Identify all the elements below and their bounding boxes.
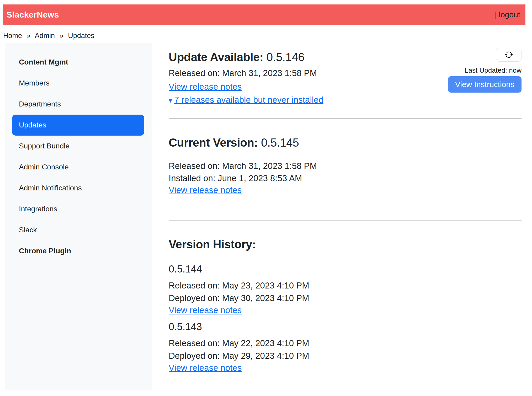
sidebar-item-admin-notifications[interactable]: Admin Notifications	[12, 178, 144, 199]
history-version-number: 0.5.144	[169, 263, 522, 275]
logout-area: |logout	[494, 10, 520, 19]
sidebar-item-support-bundle[interactable]: Support Bundle	[12, 136, 144, 157]
breadcrumb-home[interactable]: Home	[3, 32, 22, 40]
breadcrumb: Home » Admin » Updates	[3, 31, 525, 40]
sidebar-item-members[interactable]: Members	[12, 73, 144, 94]
update-available-label: Update Available:	[169, 51, 263, 63]
update-released-on: Released on: March 31, 2023 1:58 PM	[169, 67, 323, 79]
history-released-on: Released on: May 22, 2023 4:10 PM	[169, 337, 522, 350]
breadcrumb-admin[interactable]: Admin	[35, 32, 55, 40]
history-deployed-on: Deployed on: May 30, 2023 4:10 PM	[169, 292, 522, 304]
update-release-notes-link[interactable]: View release notes	[169, 81, 242, 93]
history-release-notes-link[interactable]: View release notes	[169, 304, 242, 316]
history-version-number: 0.5.143	[169, 321, 522, 333]
update-available-info: Update Available: 0.5.146 Released on: M…	[169, 51, 323, 106]
logout-link[interactable]: logout	[499, 10, 520, 19]
update-available-section: Update Available: 0.5.146 Released on: M…	[169, 51, 522, 106]
current-version-title: Current Version: 0.5.145	[169, 136, 522, 149]
current-version-section: Current Version: 0.5.145 Released on: Ma…	[169, 119, 522, 196]
breadcrumb-updates: Updates	[68, 32, 94, 40]
version-history-entry: 0.5.144 Released on: May 23, 2023 4:10 P…	[169, 263, 522, 316]
releases-available-link[interactable]: 7 releases available but never installed	[174, 94, 323, 106]
current-released-on: Released on: March 31, 2023 1:58 PM	[169, 160, 522, 172]
sidebar-item-chrome-plugin[interactable]: Chrome Plugin	[12, 240, 144, 261]
history-release-notes-link[interactable]: View release notes	[169, 362, 242, 374]
sidebar-item-integrations[interactable]: Integrations	[12, 199, 144, 220]
app-title: SlackerNews	[7, 10, 59, 20]
content-row: Content Mgmt Members Departments Updates…	[3, 43, 525, 390]
sidebar-item-slack[interactable]: Slack	[12, 220, 144, 240]
last-updated-text: Last Updated: now	[465, 66, 522, 74]
breadcrumb-separator: »	[60, 32, 63, 40]
sidebar-item-updates[interactable]: Updates	[12, 115, 144, 136]
main-content: Update Available: 0.5.146 Released on: M…	[169, 43, 525, 378]
current-version-label: Current Version:	[169, 136, 258, 149]
current-installed-on: Installed on: June 1, 2023 8:53 AM	[169, 172, 522, 184]
update-available-title: Update Available: 0.5.146	[169, 51, 323, 64]
version-history-section: Version History: 0.5.144 Released on: Ma…	[169, 221, 522, 374]
refresh-button[interactable]	[496, 48, 522, 62]
history-deployed-on: Deployed on: May 29, 2023 4:10 PM	[169, 350, 522, 362]
version-history-title: Version History:	[169, 238, 522, 251]
view-instructions-button[interactable]: View Instructions	[448, 76, 522, 93]
sidebar-item-admin-console[interactable]: Admin Console	[12, 157, 144, 178]
refresh-icon	[505, 51, 513, 59]
breadcrumb-separator: »	[27, 32, 31, 40]
sidebar-item-content-mgmt[interactable]: Content Mgmt	[12, 52, 144, 73]
logout-separator: |	[494, 10, 496, 19]
update-available-version: 0.5.146	[267, 51, 305, 63]
version-history-entry: 0.5.143 Released on: May 22, 2023 4:10 P…	[169, 321, 522, 374]
releases-toggle-row: ▾7 releases available but never installe…	[169, 94, 323, 106]
history-released-on: Released on: May 23, 2023 4:10 PM	[169, 279, 522, 292]
sidebar: Content Mgmt Members Departments Updates…	[5, 43, 152, 390]
current-release-notes-link[interactable]: View release notes	[169, 184, 242, 196]
app-header: SlackerNews |logout	[3, 4, 525, 25]
caret-down-icon[interactable]: ▾	[169, 97, 172, 104]
page: SlackerNews |logout Home » Admin » Updat…	[0, 0, 532, 390]
current-version-number: 0.5.145	[261, 136, 299, 149]
sidebar-item-departments[interactable]: Departments	[12, 94, 144, 115]
status-panel: Last Updated: now View Instructions	[448, 48, 522, 93]
